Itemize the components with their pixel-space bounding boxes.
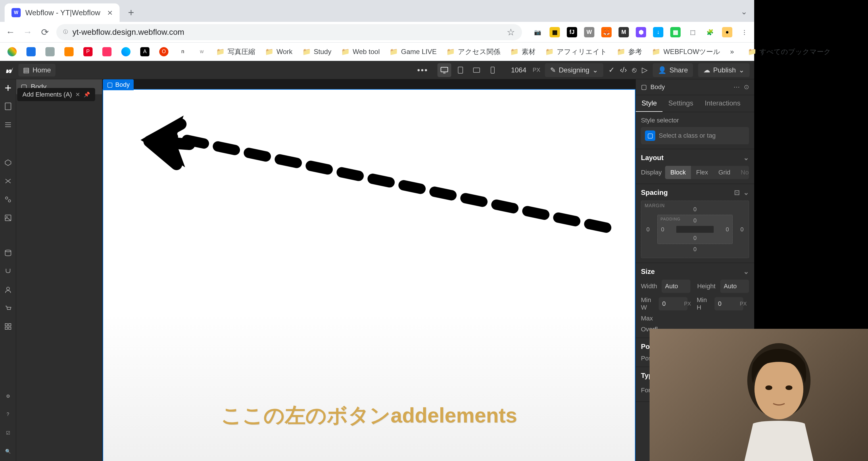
- margin-right-value[interactable]: 0: [740, 226, 744, 233]
- tabs-dropdown-icon[interactable]: ⌄: [741, 7, 747, 17]
- height-input[interactable]: [720, 280, 749, 293]
- ext-icon[interactable]: ↓: [653, 27, 663, 37]
- min-width-input[interactable]: [659, 297, 687, 310]
- ext-icon[interactable]: W: [584, 27, 594, 37]
- tab-close-button[interactable]: ×: [107, 7, 113, 18]
- bookmark-folder[interactable]: 素材: [507, 45, 538, 58]
- tab-style[interactable]: Style: [636, 95, 662, 112]
- bookmark-icon[interactable]: [5, 45, 20, 58]
- bookmark-folder[interactable]: Study: [300, 46, 334, 58]
- display-flex-button[interactable]: Flex: [691, 166, 713, 179]
- chevron-down-icon[interactable]: ⌄: [743, 268, 749, 276]
- apps-icon[interactable]: [3, 321, 13, 332]
- bookmark-icon[interactable]: A: [137, 45, 152, 58]
- display-none-button[interactable]: None: [736, 166, 749, 179]
- bookmark-icon[interactable]: [24, 45, 38, 58]
- ext-icon[interactable]: ▦: [670, 27, 681, 37]
- pages-icon[interactable]: [3, 101, 13, 112]
- bookmark-icon[interactable]: [99, 45, 114, 58]
- chevron-down-icon[interactable]: ⌄: [743, 154, 749, 162]
- bookmark-folder[interactable]: アクセス関係: [443, 45, 503, 58]
- bookmark-icon[interactable]: P: [81, 45, 95, 58]
- device-tablet-landscape-button[interactable]: [470, 63, 484, 77]
- padding-bottom-value[interactable]: 0: [693, 235, 696, 241]
- webflow-logo-icon[interactable]: [5, 65, 14, 75]
- bookmark-overflow[interactable]: »: [727, 46, 737, 58]
- profile-avatar[interactable]: ●: [722, 27, 732, 37]
- bookmark-folder[interactable]: 参考: [614, 45, 645, 58]
- browser-tab[interactable]: W Webflow - YT|Webflow ×: [5, 3, 120, 22]
- bookmark-icon[interactable]: [62, 45, 76, 58]
- ext-icon[interactable]: ▦: [550, 27, 560, 37]
- cms-icon[interactable]: [3, 248, 13, 258]
- url-field[interactable]: ⓘ yt-webflow.design.webflow.com ☆: [56, 24, 522, 40]
- extensions-puzzle-icon[interactable]: 🧩: [705, 27, 715, 37]
- viewport-width-value[interactable]: 1064: [511, 66, 526, 74]
- device-tablet-button[interactable]: [454, 63, 467, 77]
- device-desktop-button[interactable]: [437, 63, 451, 77]
- spacing-reset-icon[interactable]: ⊡: [734, 188, 740, 196]
- spacing-box[interactable]: MARGIN 0 0 0 0 PADDING 0 0 0 0: [641, 201, 749, 258]
- padding-right-value[interactable]: 0: [726, 226, 729, 233]
- search-icon[interactable]: 🔍: [3, 446, 13, 456]
- add-elements-button[interactable]: [3, 83, 13, 93]
- tab-interactions[interactable]: Interactions: [699, 95, 746, 112]
- ext-icon[interactable]: ⬚: [687, 27, 698, 37]
- publish-button[interactable]: ☁ Publish ⌄: [698, 63, 750, 77]
- export-icon[interactable]: ⎋: [632, 65, 637, 74]
- margin-top-value[interactable]: 0: [693, 206, 696, 213]
- ext-icon[interactable]: ⬢: [636, 27, 646, 37]
- bookmark-folder[interactable]: WEBFLOWツール: [649, 45, 723, 58]
- bookmark-icon[interactable]: O: [156, 45, 171, 58]
- style-selectors-icon[interactable]: [3, 194, 13, 205]
- ext-icon[interactable]: fJ: [567, 27, 577, 37]
- panel-focus-icon[interactable]: ⊙: [744, 83, 749, 91]
- chevron-down-icon[interactable]: ⌄: [743, 188, 749, 196]
- play-icon[interactable]: ▷: [642, 65, 648, 74]
- bookmark-folder[interactable]: アフィリエイト: [542, 45, 610, 58]
- ext-icon[interactable]: 🦊: [601, 27, 612, 37]
- users-icon[interactable]: [3, 284, 13, 295]
- browser-menu-icon[interactable]: ⋮: [739, 27, 750, 37]
- width-input[interactable]: [662, 280, 690, 293]
- components-icon[interactable]: [3, 157, 13, 168]
- bookmark-icon[interactable]: n: [175, 45, 190, 58]
- bookmark-folder[interactable]: Game LIVE: [386, 46, 439, 58]
- bookmark-folder[interactable]: Work: [262, 46, 296, 58]
- code-icon[interactable]: ‹/›: [620, 65, 627, 74]
- padding-top-value[interactable]: 0: [693, 217, 696, 224]
- navigator-icon[interactable]: [3, 120, 13, 130]
- bookmark-icon[interactable]: w: [194, 45, 209, 58]
- settings-gear-icon[interactable]: ⚙: [3, 391, 13, 401]
- panel-more-icon[interactable]: ⋯: [734, 83, 740, 91]
- padding-left-value[interactable]: 0: [661, 226, 664, 233]
- display-grid-button[interactable]: Grid: [713, 166, 736, 179]
- new-tab-button[interactable]: +: [123, 5, 139, 21]
- bookmark-folder[interactable]: Web tool: [338, 46, 382, 58]
- tooltip-close-icon[interactable]: ✕: [75, 91, 80, 98]
- style-selector-input[interactable]: ▢ Select a class or tag: [641, 127, 749, 144]
- selected-element-tag[interactable]: ▢ Body: [103, 79, 134, 90]
- audit-icon[interactable]: ☑: [3, 428, 13, 438]
- share-button[interactable]: 👤 Share: [653, 63, 693, 77]
- min-height-input[interactable]: [715, 297, 743, 310]
- help-icon[interactable]: ?: [3, 409, 13, 420]
- bookmark-star-icon[interactable]: ☆: [507, 27, 515, 38]
- tab-settings[interactable]: Settings: [662, 95, 699, 112]
- tooltip-pin-icon[interactable]: 📌: [84, 91, 90, 98]
- ext-icon[interactable]: 📷: [532, 27, 542, 37]
- display-block-button[interactable]: Block: [665, 166, 691, 179]
- nav-reload-button[interactable]: ⟳: [39, 26, 51, 38]
- margin-left-value[interactable]: 0: [646, 226, 650, 233]
- nav-forward-button[interactable]: →: [22, 26, 33, 38]
- all-bookmarks-folder[interactable]: すべてのブックマーク: [745, 45, 834, 58]
- bookmark-icon[interactable]: [118, 45, 133, 58]
- bookmark-icon[interactable]: [42, 45, 58, 58]
- margin-bottom-value[interactable]: 0: [693, 246, 696, 253]
- variables-icon[interactable]: [3, 176, 13, 186]
- bookmark-folder[interactable]: 写真圧縮: [213, 45, 258, 58]
- ext-icon[interactable]: M: [619, 27, 629, 37]
- device-mobile-button[interactable]: [486, 63, 499, 77]
- topbar-more-icon[interactable]: •••: [417, 65, 428, 75]
- check-icon[interactable]: ✓: [609, 65, 615, 74]
